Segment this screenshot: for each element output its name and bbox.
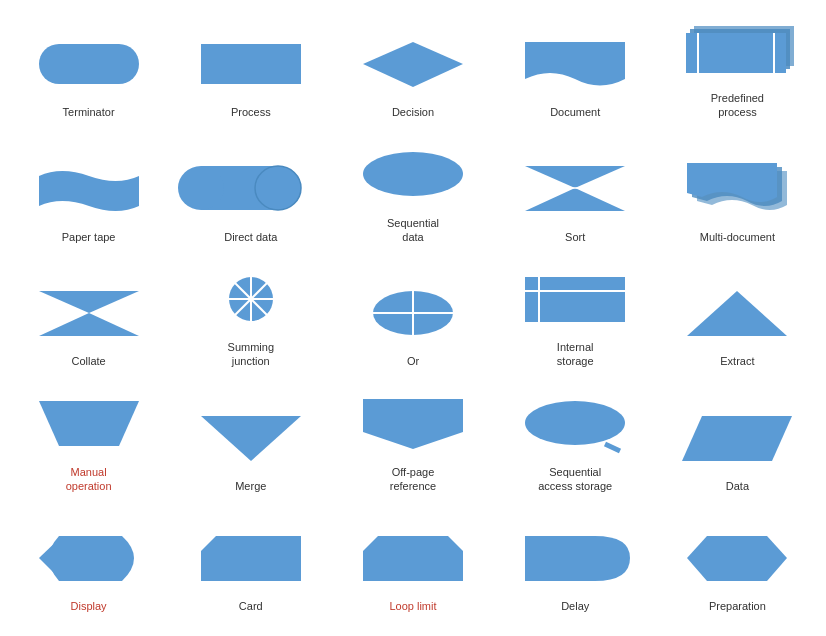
cell-extract: Extract (659, 259, 816, 374)
cell-sequential-data: Sequentialdata (334, 135, 491, 250)
svg-marker-38 (363, 536, 463, 581)
cell-stored-data: Stored data (172, 628, 329, 636)
preparation-label: Preparation (709, 599, 766, 613)
cell-display: Display (10, 508, 167, 618)
display-label: Display (71, 599, 107, 613)
sort-label: Sort (565, 230, 585, 244)
document-label: Document (550, 105, 600, 119)
manual-operation-shape (34, 396, 144, 451)
cell-data: Data (659, 384, 816, 499)
decision-shape (358, 37, 468, 92)
or-label: Or (407, 354, 419, 368)
svg-marker-32 (201, 416, 301, 461)
empty-2 (497, 628, 654, 636)
cell-collate: Collate (10, 259, 167, 374)
terminator-shape (34, 39, 144, 89)
predefined-process-shape (682, 23, 792, 78)
card-label: Card (239, 599, 263, 613)
off-page-reference-shape (358, 394, 468, 454)
cell-predefined-process: Predefinedprocess (659, 10, 816, 125)
svg-point-13 (363, 152, 463, 196)
extract-shape (682, 286, 792, 341)
svg-marker-33 (363, 399, 463, 449)
loop-limit-label: Loop limit (389, 599, 436, 613)
cell-process: Process (172, 10, 329, 125)
predefined-process-label: Predefinedprocess (711, 91, 764, 120)
shapes-grid: Terminator Process Decision Document (10, 10, 816, 636)
cell-manual-operation: Manualoperation (10, 384, 167, 499)
cell-delay: Delay (497, 508, 654, 618)
delay-shape (520, 531, 630, 586)
cell-decision: Decision (334, 10, 491, 125)
merge-label: Merge (235, 479, 266, 493)
cell-summing-junction: Summingjunction (172, 259, 329, 374)
summing-junction-shape (206, 272, 296, 327)
delay-label: Delay (561, 599, 589, 613)
svg-marker-15 (525, 188, 625, 211)
off-page-reference-label: Off-pagereference (390, 465, 436, 494)
process-shape (196, 39, 306, 89)
terminator-label: Terminator (63, 105, 115, 119)
svg-marker-39 (687, 536, 787, 581)
empty-3 (659, 628, 816, 636)
multi-document-label: Multi-document (700, 230, 775, 244)
svg-marker-37 (201, 536, 301, 581)
sequential-access-storage-shape (520, 396, 630, 451)
data-shape (682, 411, 792, 466)
svg-marker-17 (39, 291, 139, 313)
direct-data-shape (196, 161, 306, 216)
cell-multi-document: Multi-document (659, 135, 816, 250)
svg-marker-2 (363, 42, 463, 87)
sort-shape (520, 161, 630, 216)
or-shape (368, 286, 458, 341)
cell-sequential-access-storage: Sequentialaccess storage (497, 384, 654, 499)
cell-off-page-reference: Off-pagereference (334, 384, 491, 499)
svg-marker-14 (525, 166, 625, 188)
svg-marker-18 (39, 313, 139, 336)
cell-or: Or (334, 259, 491, 374)
cell-sort: Sort (497, 135, 654, 250)
cell-preparation: Preparation (659, 508, 816, 618)
svg-rect-1 (201, 44, 301, 84)
collate-label: Collate (71, 354, 105, 368)
manual-operation-label: Manualoperation (66, 465, 112, 494)
multi-document-shape (682, 159, 792, 219)
cell-internal-storage: Internalstorage (497, 259, 654, 374)
cell-terminator: Terminator (10, 10, 167, 125)
data-label: Data (726, 479, 749, 493)
svg-marker-30 (687, 291, 787, 336)
svg-marker-36 (682, 416, 792, 461)
decision-label: Decision (392, 105, 434, 119)
svg-marker-31 (39, 401, 139, 446)
cell-merge: Merge (172, 384, 329, 499)
svg-point-34 (525, 401, 625, 445)
merge-shape (196, 411, 306, 466)
collate-shape (34, 286, 144, 341)
sequential-data-shape (358, 147, 468, 202)
cell-loop-limit: Loop limit (334, 508, 491, 618)
svg-point-12 (178, 166, 224, 210)
internal-storage-shape (520, 272, 630, 327)
document-shape (520, 37, 630, 92)
sequential-access-storage-label: Sequentialaccess storage (538, 465, 612, 494)
internal-storage-label: Internalstorage (557, 340, 594, 369)
paper-tape-label: Paper tape (62, 230, 116, 244)
paper-tape-shape (34, 161, 144, 216)
cell-card: Card (172, 508, 329, 618)
process-label: Process (231, 105, 271, 119)
summing-junction-label: Summingjunction (228, 340, 274, 369)
extract-label: Extract (720, 354, 754, 368)
cell-direct-data: Direct data (172, 135, 329, 250)
sequential-data-label: Sequentialdata (387, 216, 439, 245)
cell-paper-tape: Paper tape (10, 135, 167, 250)
svg-rect-5 (686, 33, 786, 73)
preparation-shape (682, 531, 792, 586)
cell-manual-input: Manual input (10, 628, 167, 636)
svg-line-35 (605, 444, 620, 451)
loop-limit-shape (358, 531, 468, 586)
card-shape (196, 531, 306, 586)
svg-rect-0 (39, 44, 139, 84)
display-shape (34, 531, 144, 586)
cell-document: Document (497, 10, 654, 125)
direct-data-label: Direct data (224, 230, 277, 244)
